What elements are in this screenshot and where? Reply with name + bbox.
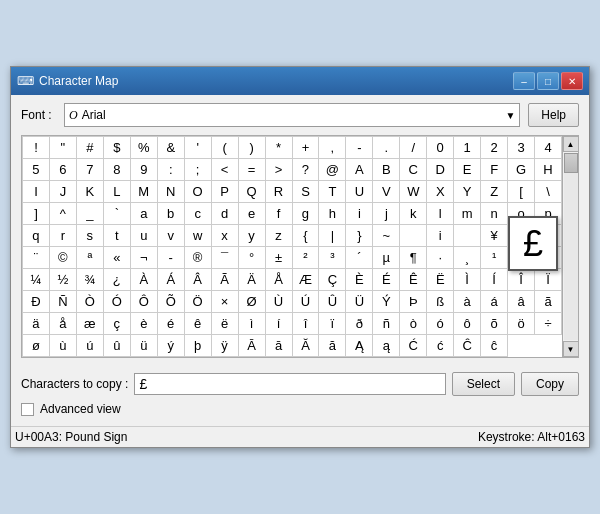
char-cell[interactable]: Á [158,269,185,291]
char-cell[interactable]: : [158,159,185,181]
char-cell[interactable]: õ [481,313,508,335]
char-cell[interactable]: c [185,203,212,225]
char-cell[interactable]: ! [23,137,50,159]
char-cell[interactable]: R [266,181,293,203]
char-cell[interactable]: Ĉ [454,335,481,357]
char-cell[interactable]: _ [77,203,104,225]
char-cell[interactable]: 5 [23,159,50,181]
char-cell[interactable]: û [104,335,131,357]
char-cell[interactable]: 4 [535,137,562,159]
char-cell[interactable]: Û [319,291,346,313]
char-cell[interactable]: È [346,269,373,291]
char-cell[interactable]: × [212,291,239,313]
char-cell[interactable]: " [50,137,77,159]
char-cell[interactable]: \ [535,181,562,203]
char-cell[interactable]: 6 [50,159,77,181]
char-cell[interactable]: , [319,137,346,159]
char-cell[interactable]: A [346,159,373,181]
char-cell[interactable]: ä [23,313,50,335]
char-cell[interactable]: Ø [239,291,266,313]
char-cell[interactable]: T [319,181,346,203]
char-cell[interactable]: y [239,225,266,247]
char-cell[interactable]: Ç [319,269,346,291]
char-cell[interactable]: ¸ [454,247,481,269]
char-cell[interactable]: © [50,247,77,269]
char-cell[interactable]: f [266,203,293,225]
char-cell[interactable]: Þ [400,291,427,313]
char-cell[interactable]: h [319,203,346,225]
char-cell[interactable]: 8 [104,159,131,181]
char-cell[interactable]: + [293,137,320,159]
char-cell[interactable]: ³ [319,247,346,269]
char-cell[interactable] [454,225,481,247]
char-cell[interactable]: F [481,159,508,181]
char-cell[interactable]: · [427,247,454,269]
char-cell[interactable]: Å [266,269,293,291]
advanced-view-checkbox[interactable] [21,403,34,416]
char-cell[interactable]: % [131,137,158,159]
char-cell[interactable]: á [481,291,508,313]
char-cell[interactable]: Î [508,269,535,291]
char-cell[interactable]: = [239,159,266,181]
char-cell[interactable]: a [131,203,158,225]
char-cell[interactable]: > [266,159,293,181]
char-cell[interactable]: V [373,181,400,203]
char-cell[interactable]: l [427,203,454,225]
char-cell[interactable]: z [266,225,293,247]
char-cell[interactable]: ì [239,313,266,335]
char-cell[interactable]: W [400,181,427,203]
char-cell[interactable]: I [23,181,50,203]
char-cell[interactable]: Ă [293,335,320,357]
char-cell[interactable]: ć [427,335,454,357]
char-cell[interactable]: ¨ [23,247,50,269]
char-cell[interactable]: ñ [373,313,400,335]
char-cell[interactable]: Ā [239,335,266,357]
char-cell[interactable]: ( [212,137,239,159]
char-cell[interactable]: Ö [185,291,212,313]
char-cell[interactable]: Ä [239,269,266,291]
char-cell[interactable]: ¶ [400,247,427,269]
char-cell[interactable]: ´ [346,247,373,269]
char-cell[interactable]: X [427,181,454,203]
char-cell[interactable]: æ [77,313,104,335]
char-cell[interactable]: ö [508,313,535,335]
char-cell[interactable]: Ü [346,291,373,313]
char-cell[interactable]: É [373,269,400,291]
char-cell[interactable]: Ý [373,291,400,313]
char-cell[interactable]: ÷ [535,313,562,335]
char-cell[interactable]: K [77,181,104,203]
char-cell[interactable]: ¿ [104,269,131,291]
char-cell[interactable]: ò [400,313,427,335]
char-cell[interactable]: 9 [131,159,158,181]
char-cell[interactable]: 2 [481,137,508,159]
char-cell[interactable]: { [293,225,320,247]
select-button[interactable]: Select [452,372,515,396]
char-cell[interactable]: q [23,225,50,247]
char-cell[interactable]: ª [77,247,104,269]
char-cell[interactable]: ¥ [481,225,508,247]
char-cell[interactable]: Ô [131,291,158,313]
char-cell[interactable]: N [158,181,185,203]
char-cell[interactable]: ó [427,313,454,335]
char-cell[interactable] [400,225,427,247]
char-cell[interactable]: è [131,313,158,335]
char-cell[interactable]: þ [185,335,212,357]
char-cell[interactable]: ® [185,247,212,269]
char-cell[interactable]: i [427,225,454,247]
char-cell[interactable]: < [212,159,239,181]
char-cell[interactable]: r [50,225,77,247]
char-cell[interactable]: ¬ [131,247,158,269]
char-cell[interactable]: ú [77,335,104,357]
char-cell[interactable]: Ą [346,335,373,357]
char-cell[interactable]: Ć [400,335,427,357]
char-cell[interactable]: 3 [508,137,535,159]
char-cell[interactable]: t [104,225,131,247]
char-cell[interactable]: - [346,137,373,159]
char-cell[interactable]: Æ [293,269,320,291]
char-cell[interactable]: Í [481,269,508,291]
char-cell[interactable]: 7 [77,159,104,181]
char-cell[interactable]: Ú [293,291,320,313]
char-cell[interactable]: Ñ [50,291,77,313]
minimize-button[interactable]: – [513,72,535,90]
char-cell[interactable]: k [400,203,427,225]
